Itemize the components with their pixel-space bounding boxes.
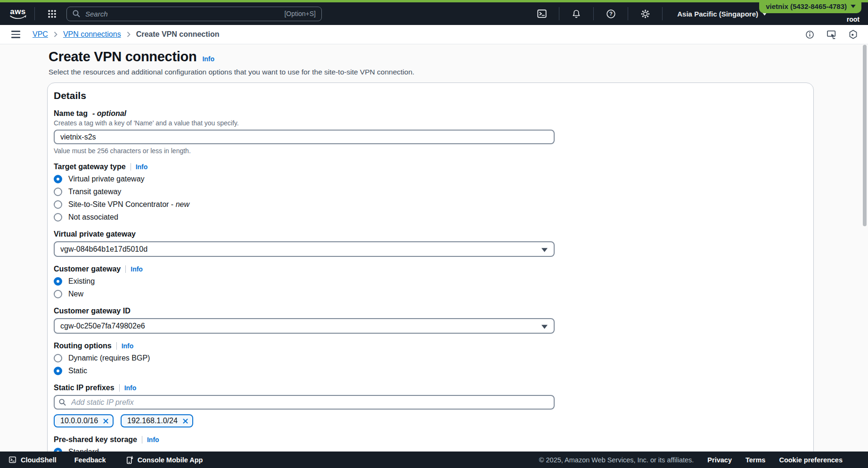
name-tag-input[interactable] — [54, 130, 555, 144]
console-mobile-app-label: Console Mobile App — [138, 456, 203, 464]
top-navigation-bar: aws [Option+S] ? — [0, 2, 868, 25]
virtual-private-gateway-select[interactable]: vgw-084b64b1e17d5010d — [54, 241, 555, 257]
radio-virtual-private-gateway[interactable]: Virtual private gateway — [54, 174, 804, 184]
field-virtual-private-gateway: Virtual private gateway vgw-084b64b1e17d… — [54, 230, 804, 257]
info-link[interactable]: Info — [147, 436, 159, 443]
page-subtitle: Select the resources and additional conf… — [49, 68, 868, 76]
side-menu-hamburger-icon[interactable] — [10, 29, 21, 40]
user-role-label: root — [847, 16, 860, 23]
breadcrumb-link-vpn-connections[interactable]: VPN connections — [63, 30, 121, 39]
footer-link-privacy[interactable]: Privacy — [707, 456, 732, 464]
field-pre-shared-key-storage: Pre-shared key storage Info Standard Sec… — [54, 435, 804, 452]
cloudshell-icon[interactable] — [531, 2, 553, 25]
info-link[interactable]: Info — [131, 265, 143, 273]
name-tag-label: Name tag — [54, 109, 88, 118]
customer-gateway-label: Customer gateway — [54, 265, 121, 273]
info-link[interactable]: Info — [122, 342, 134, 350]
footer-link-cookie-preferences[interactable]: Cookie preferences — [779, 456, 843, 464]
topbar-divider — [559, 7, 559, 20]
chevron-down-icon — [541, 325, 548, 329]
token-value: 10.0.0.0/16 — [60, 417, 98, 425]
static-ip-prefix-input[interactable] — [54, 395, 555, 410]
chevron-down-icon — [851, 5, 856, 8]
chevron-right-icon — [54, 32, 57, 37]
label-divider — [142, 436, 142, 443]
radio-dynamic-bgp[interactable]: Dynamic (requires BGP) — [54, 353, 804, 363]
new-suffix: new — [176, 200, 189, 208]
radio-button-selected[interactable] — [54, 277, 62, 286]
info-panel-icon[interactable] — [805, 30, 814, 39]
radio-button[interactable] — [54, 290, 62, 298]
topbar-divider — [662, 7, 663, 20]
topbar-divider — [593, 7, 594, 20]
footer-cloudshell-button[interactable]: CloudShell — [8, 456, 57, 464]
cloudshell-icon — [8, 456, 16, 464]
radio-static[interactable]: Static — [54, 366, 804, 376]
aws-smile-icon — [9, 15, 26, 19]
token-close-icon[interactable] — [103, 419, 108, 424]
target-gateway-type-label: Target gateway type — [54, 163, 126, 171]
selected-value: vgw-084b64b1e17d5010d — [60, 245, 147, 254]
hexagon-badge-icon[interactable] — [849, 30, 858, 39]
radio-button-selected[interactable] — [54, 175, 62, 183]
field-routing-options: Routing options Info Dynamic (requires B… — [54, 342, 804, 376]
account-name: vietnix (5432-8465-4783) — [766, 2, 847, 10]
label-divider — [116, 342, 117, 350]
radio-transit-gateway[interactable]: Transit gateway — [54, 187, 804, 197]
radio-button[interactable] — [54, 188, 62, 196]
settings-gear-icon[interactable] — [634, 2, 656, 25]
customer-gateway-id-select[interactable]: cgw-0c250e7fa749802e6 — [54, 318, 555, 334]
radio-not-associated[interactable]: Not associated — [54, 213, 804, 222]
aws-logo-text: aws — [10, 8, 26, 15]
page-title: Create VPN connection — [49, 49, 197, 64]
footer-console-mobile-app-button[interactable]: Console Mobile App — [126, 456, 203, 464]
screen-pointer-icon[interactable] — [827, 30, 836, 39]
help-icon[interactable]: ? — [600, 2, 622, 25]
footer-link-terms[interactable]: Terms — [745, 456, 765, 464]
radio-button-selected[interactable] — [54, 448, 62, 452]
account-menu-badge[interactable]: vietnix (5432-8465-4783) — [759, 0, 861, 13]
label-divider — [125, 265, 126, 273]
radio-button[interactable] — [54, 213, 62, 222]
name-tag-description: Creates a tag with a key of 'Name' and a… — [54, 119, 804, 127]
pre-shared-key-storage-label: Pre-shared key storage — [54, 435, 137, 444]
global-search[interactable]: [Option+S] — [66, 7, 322, 21]
session-color-strip — [0, 0, 868, 2]
radio-new[interactable]: New — [54, 289, 804, 299]
feedback-label: Feedback — [74, 456, 106, 464]
radio-button[interactable] — [54, 354, 62, 362]
prefix-token: 10.0.0.0/16 — [54, 414, 114, 427]
virtual-private-gateway-label: Virtual private gateway — [54, 230, 136, 238]
info-link[interactable]: Info — [136, 163, 148, 171]
svg-text:?: ? — [609, 11, 613, 16]
field-static-ip-prefixes: Static IP prefixes Info 10.0.0.0/16 — [54, 384, 804, 427]
field-customer-gateway: Customer gateway Info Existing New — [54, 265, 804, 299]
info-link[interactable]: Info — [124, 384, 137, 392]
notifications-bell-icon[interactable] — [565, 2, 587, 25]
prefix-token-list: 10.0.0.0/16 192.168.1.0/24 — [54, 414, 804, 427]
page-title-info-link[interactable]: Info — [202, 55, 214, 63]
search-shortcut-hint: [Option+S] — [284, 10, 316, 17]
token-close-icon[interactable] — [183, 419, 188, 424]
radio-standard[interactable]: Standard — [54, 447, 804, 452]
app-grid-icon[interactable] — [41, 2, 63, 25]
field-name-tag: Name tag - optional Creates a tag with a… — [54, 109, 804, 155]
vertical-scrollbar[interactable] — [863, 45, 867, 226]
chevron-right-icon — [127, 32, 131, 37]
topbar-divider — [628, 7, 628, 20]
breadcrumb-link-vpc[interactable]: VPC — [33, 30, 48, 39]
mobile-app-icon — [126, 456, 133, 464]
field-target-gateway-type: Target gateway type Info Virtual private… — [54, 163, 804, 222]
prefix-token: 192.168.1.0/24 — [121, 414, 193, 427]
radio-button[interactable] — [54, 200, 62, 209]
radio-existing[interactable]: Existing — [54, 277, 804, 286]
card-heading: Details — [54, 90, 804, 101]
search-input[interactable] — [84, 9, 284, 18]
topbar-divider — [34, 7, 35, 20]
optional-suffix: - optional — [92, 109, 126, 118]
aws-logo[interactable]: aws — [8, 8, 28, 19]
radio-button-selected[interactable] — [54, 367, 62, 375]
name-tag-constraint: Value must be 256 characters or less in … — [54, 147, 804, 155]
footer-feedback-button[interactable]: Feedback — [74, 456, 106, 464]
radio-s2s-vpn-concentrator[interactable]: Site-to-Site VPN Concentrator - new — [54, 200, 804, 209]
